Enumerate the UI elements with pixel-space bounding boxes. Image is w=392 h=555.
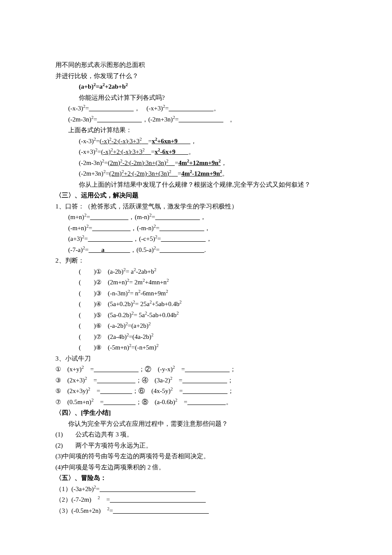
text-line: 〈四〉、[学生小结] xyxy=(55,408,337,419)
text-line: ( )① (a-2b)2= a2-2ab+b2 xyxy=(55,266,337,278)
document-page: 用不同的形式表示图形的总面积并进行比较，你发现了什么？(a+b)2=a2+2ab… xyxy=(0,0,392,555)
text-line: 〈三〉、运用公式，解决问题 xyxy=(55,190,337,201)
text-line: (-m+n)2= ，(-m-n)2= ， xyxy=(55,223,337,234)
text-line: 3、小试牛刀 xyxy=(55,353,337,364)
text-line: （3）(-0.5m+2n) 2= xyxy=(55,506,337,517)
text-line: ( )② (2m+n)2= 2m2+4mn+n2 xyxy=(55,277,337,288)
text-line: 你从上面的计算结果中发现了什么规律？根据这个规律,完全平方公式又如何叙述？ xyxy=(55,179,337,191)
text-line: （1）(-3a+2b)2= xyxy=(55,484,337,495)
text-line: (-x-3)2= ， (-x+3)2= 。 xyxy=(55,103,337,114)
text-line: 〈五〉、冒险岛： xyxy=(55,473,337,484)
text-line: ( )⑥ (-a-2b)2=(a+2b)2 xyxy=(55,321,337,332)
text-line: ( )③ (-n-3m)2= n2-6mn+9m2 xyxy=(55,288,337,299)
text-line: ⑦ (0.5m+n)2 = ；⑧ (a-0.6b)2 = 。 xyxy=(55,397,337,408)
text-line: 你认为完全平方公式在应用过程中，需要注意那些问题？ xyxy=(55,419,337,430)
document-content: 用不同的形式表示图形的总面积并进行比较，你发现了什么？(a+b)2=a2+2ab… xyxy=(55,60,337,516)
text-line: (2) 两个平方项符号永远为正。 xyxy=(55,440,337,451)
text-line: ( )④ (5a+0.2b)2= 25a2+5ab+0.4b2 xyxy=(55,299,337,310)
text-line: （2）(-7-2m) 2 = xyxy=(55,494,337,506)
text-line: (4)中间项是等号左边两项乘积的 2 倍。 xyxy=(55,462,337,473)
text-line: (3)中间项的符号由等号左边的两项符号是否相同决定。 xyxy=(55,451,337,462)
text-line: ( )⑦ (2a-4b)2=(4a-2b)2 xyxy=(55,332,337,343)
text-line: (1) 公式右边共有 3 项。 xyxy=(55,429,337,440)
text-line: 并进行比较，你发现了什么？ xyxy=(55,71,337,82)
text-line: (a+b)2=a2+2ab+b2 xyxy=(55,81,337,92)
text-line: (-2m+3n)2=(2m)2+2·(-2m)·3n+(3n)2 =4m2-12… xyxy=(55,168,337,179)
text-line: ( )⑧ (-5m+n)2=(-n+5m)2 xyxy=(55,342,337,353)
text-line: 2、判断： xyxy=(55,255,337,266)
text-line: (-x-3)2=(-x)2-2·(-x)·3+32 =x2+6xn+9 ， xyxy=(55,136,337,147)
text-line: (a+3)2= ，(-c+5)2= ， xyxy=(55,234,337,245)
text-line: 上面各式的计算结果： xyxy=(55,125,337,136)
text-line: (-2m-3n)2=(2m)2-2·(-2m)·3n+(3n)2 =4m2+12… xyxy=(55,158,337,169)
text-line: ③ (2x+3)2 = ；④ (3a-2)2 = ； xyxy=(55,375,337,386)
text-line: 用不同的形式表示图形的总面积 xyxy=(55,60,337,71)
text-line: (-2m-3n)2= ，(-2m+3n)2= 。 xyxy=(55,114,337,125)
text-line: (-7-a)2= a ，(0.5-a)2= . xyxy=(55,245,337,256)
text-line: (-x+3)2=(-x)2+2·(-x)·3+32 =x2-6x+9 。 xyxy=(55,147,337,158)
text-line: 1、口答：（抢答形式，活跃课堂气氛，激发学生的学习积极性） xyxy=(55,201,337,212)
text-line: 你能运用公式计算下列各式吗? xyxy=(55,92,337,104)
text-line: (m+n)2= ，(m-n)2= ， xyxy=(55,212,337,223)
text-line: ① (x+y)2 = ；② (-y-x)2 = ； xyxy=(55,364,337,375)
text-line: ( )⑤ (5a-0.2b)2= 5a2-5ab+0.04b2 xyxy=(55,310,337,321)
text-line: ⑤ (2x+3y)2 = ；⑥ (4x-5y)2 = ； xyxy=(55,386,337,397)
